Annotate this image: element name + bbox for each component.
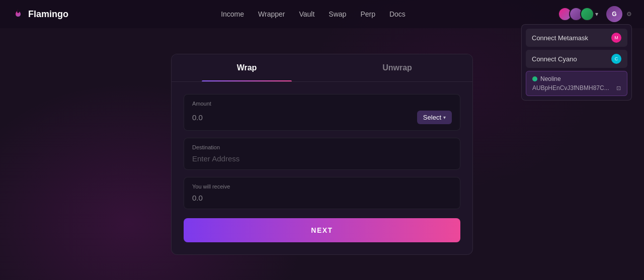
metamask-label: Connect Metamask	[532, 34, 588, 42]
nav-right: ▾ G ⚙	[558, 6, 632, 22]
copy-icon[interactable]: ⊡	[616, 85, 621, 91]
user-button[interactable]: G	[606, 6, 622, 22]
neoline-wallet-item[interactable]: Neoline AUBpHEnCvJ3fNBMH87C... ⊡	[526, 71, 627, 96]
receive-field: You will receive	[184, 177, 460, 209]
neoline-label: Neoline	[540, 75, 561, 82]
card-tabs: Wrap Unwrap	[172, 54, 472, 82]
amount-label: Amount	[192, 101, 452, 107]
receive-label: You will receive	[192, 183, 452, 190]
logo-text: Flamingo	[28, 9, 68, 20]
nav-income[interactable]: Income	[221, 10, 244, 18]
amount-field: Amount Select ▾	[184, 94, 460, 131]
destination-label: Destination	[192, 144, 452, 150]
tab-wrap[interactable]: Wrap	[172, 54, 322, 81]
next-button[interactable]: NEXT	[184, 218, 460, 242]
form-area: Amount Select ▾ Destination You will rec…	[172, 82, 472, 254]
nav-docs[interactable]: Docs	[389, 10, 406, 18]
nav-links: Income Wrapper Vault Swap Perp Docs	[221, 10, 406, 18]
nav-wrapper[interactable]: Wrapper	[258, 10, 285, 18]
nav-vault[interactable]: Vault	[299, 10, 314, 18]
tab-unwrap[interactable]: Unwrap	[322, 54, 472, 81]
neoline-address: AUBpHEnCvJ3fNBMH87C...	[532, 84, 609, 91]
connect-cyano-button[interactable]: Connect Cyano C	[526, 50, 627, 68]
app-logo[interactable]: Flamingo	[12, 8, 68, 20]
nav-perp[interactable]: Perp	[360, 10, 375, 18]
receive-input[interactable]	[192, 194, 452, 202]
select-token-button[interactable]: Select ▾	[417, 111, 452, 124]
neoline-header: Neoline	[532, 75, 621, 82]
flamingo-icon	[12, 8, 24, 20]
connect-metamask-button[interactable]: Connect Metamask M	[526, 29, 627, 47]
wrapper-card: Wrap Unwrap Amount Select ▾	[171, 54, 473, 255]
cyano-icon: C	[611, 54, 621, 64]
select-label: Select	[423, 114, 441, 121]
neoline-address-row: AUBpHEnCvJ3fNBMH87C... ⊡	[532, 84, 621, 91]
cyano-label: Connect Cyano	[532, 55, 577, 63]
metamask-icon: M	[611, 33, 621, 43]
destination-field: Destination	[184, 138, 460, 170]
destination-input[interactable]	[192, 154, 452, 163]
avatar-chevron-icon[interactable]: ▾	[595, 11, 598, 18]
amount-input[interactable]	[192, 113, 417, 122]
avatar-3	[580, 7, 594, 21]
nav-swap[interactable]: Swap	[329, 10, 346, 18]
avatar-group[interactable]: ▾	[558, 7, 598, 21]
select-chevron-icon: ▾	[443, 115, 446, 120]
user-settings-icon[interactable]: ⚙	[626, 11, 632, 18]
wallet-dropdown: Connect Metamask M Connect Cyano C Neoli…	[521, 24, 632, 101]
amount-row: Select ▾	[192, 111, 452, 124]
neoline-status-dot	[532, 76, 537, 81]
